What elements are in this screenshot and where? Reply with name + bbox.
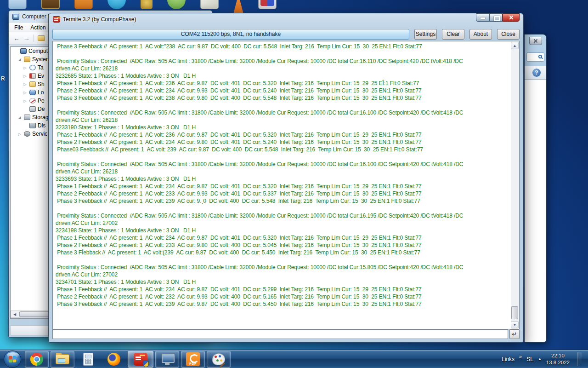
terminal-scrollbar[interactable]: ▲ ▼ [511,42,519,328]
terminal-line [56,102,511,109]
desktop-icon[interactable] [74,0,93,9]
window-controls [476,13,520,22]
send-enter-icon[interactable]: ↵ [509,329,520,339]
tree-item-label: Ta [38,64,44,71]
about-button[interactable]: About [469,29,492,40]
clock[interactable]: 22:10 13.8.2022 [546,352,570,366]
scrollbar-thumb[interactable] [19,311,51,317]
tree-item-label: Storag [32,114,48,121]
terminal-line: Proximity Status : Connected /ADC Raw: 5… [56,58,511,65]
terminal-line: Phase 1 Feebback // AC present: 1 AC vol… [56,286,511,293]
settings-button[interactable]: Settings [414,29,437,40]
terminal-line: Phase 3 Feebback // AC present: 1 AC vol… [56,300,511,308]
terminal-line: Phase 2 Feebback // AC present: 1 AC vol… [56,293,511,300]
terminal-line: Phase03 Feebback // AC present: 1 AC vol… [56,146,511,153]
taskbar-item-paint[interactable] [207,351,231,368]
terminal-lines: Phase 3 Feebback // AC present: 1 AC vol… [53,42,511,328]
taskbar-item-calculator[interactable] [76,351,100,368]
tree-item-label: De [38,106,45,112]
scrollbar-thumb[interactable] [511,306,518,319]
links-toolbar[interactable]: Links [502,356,514,362]
desktop-icon[interactable] [233,0,243,14]
desktop-icon[interactable] [8,0,27,9]
menu-file[interactable]: File [14,24,23,31]
taskbar-item-chrome[interactable] [25,351,49,368]
taskbar-item-foxit[interactable]: PDF [181,351,205,368]
clock-time: 22:10 [546,352,570,359]
show-hidden-icons[interactable]: ▲ [538,357,542,361]
desktop-icon[interactable] [41,0,60,9]
language-indicator[interactable]: SL [526,356,533,362]
taskbar-item-firefox[interactable] [102,351,126,368]
forward-icon[interactable]: → [23,34,30,42]
tree-item-icon [29,123,36,128]
taskbar-item-termite[interactable] [128,351,153,368]
tree-item-icon [29,98,36,104]
tree-expander-icon[interactable]: ▷ [23,99,28,103]
uac-shield-icon [143,361,149,367]
terminal-line: 3233693 State: 1 Phases : 1 Modules Avti… [56,175,511,183]
terminal-line: driven AC Cur Lim: 27002 [56,271,511,278]
explorer-icon [56,354,69,364]
close-icon[interactable] [529,37,542,45]
desktop-icon[interactable] [258,0,277,9]
tree-expander-icon[interactable]: ◢ [17,115,22,120]
terminal-line: Phase 3 FÍebback // AC present: 1 AC vol… [56,249,511,256]
terminal-line [56,256,511,264]
taskbar-item-computer-management[interactable] [155,351,179,368]
terminal-line: 3234701 State: 1 Phases : 1 Modules Avti… [56,278,511,286]
transmit-input[interactable] [52,329,508,339]
tree-expander-icon[interactable]: ▷ [17,132,22,136]
clear-button[interactable]: Clear [442,29,464,40]
termite-titlebar[interactable]: Termite 3.2 (by CompuPhase) [49,13,523,25]
system-tray: Links » SL ▲ 22:10 13.8.2022 [502,352,588,366]
terminal-line: Phase 2 Feebback // AC present: 1 AC vol… [56,190,511,197]
explorer-window-partial[interactable]: ? [524,34,547,343]
terminal-line: Phase 1 Feebback // AC present: 1 AC vol… [56,131,511,138]
paint-icon [212,353,225,365]
scroll-up-icon[interactable]: ▲ [511,42,519,49]
tree-item-icon [29,90,36,95]
maximize-button[interactable] [489,13,503,22]
taskbar-item-explorer[interactable] [51,351,74,368]
terminal-line: Phase 3 Feebback // AC present: 1 AC vol… [56,197,511,205]
menu-action[interactable]: Action [30,24,45,31]
foxit-pdf-icon: PDF [186,352,200,366]
back-icon[interactable]: ← [13,34,20,42]
desktop-icon[interactable] [107,0,126,9]
terminal-output-area[interactable]: Phase 3 Feebback // AC present: 1 AC vol… [52,41,520,329]
tree-expander-icon[interactable]: ▷ [23,74,28,78]
terminal-line: Proximity Status : Connected /ADC Raw: 5… [56,264,511,271]
explorer-search-box[interactable] [526,52,544,62]
terminal-line: Proximity Status : Connected /ADC Raw: 5… [56,212,511,219]
desktop-icon[interactable] [167,0,186,9]
chevron-icon[interactable]: » [519,354,522,359]
tree-expander-icon[interactable]: ▷ [23,66,28,70]
close-button[interactable] [503,13,520,22]
folder-icon[interactable] [38,35,45,41]
tree-expander-icon[interactable]: ▷ [23,91,28,95]
explorer-content-area [525,80,546,342]
terminal-line [56,205,511,212]
show-desktop-button[interactable] [577,352,582,366]
scroll-left-icon[interactable]: ◀ [11,312,18,316]
terminal-line: Phase 3 Feebback // AC present: 1 AC vol… [56,43,511,50]
terminal-line: Phase 1 Feebback // AC present: 1 AC vol… [56,80,511,87]
termite-window[interactable]: Termite 3.2 (by CompuPhase) COM42 115200… [48,13,524,343]
tree-expander-icon[interactable]: ◢ [17,58,22,62]
help-icon[interactable]: ? [532,69,541,77]
start-button[interactable] [4,351,21,368]
desktop-icon[interactable] [200,0,219,9]
scroll-down-icon[interactable]: ▼ [511,321,519,328]
terminal-line: driven AC Cur Lim: 26218 [56,65,511,72]
tree-item-icon [29,65,36,70]
close-app-button[interactable]: Close [497,29,520,40]
com-port-status-button[interactable]: COM42 115200 bps, 8N1, no handshake [52,29,409,40]
computer-management-icon [12,14,19,20]
tree-item-label: Pe [38,98,45,104]
minimize-button[interactable] [476,13,489,22]
tree-expander-icon[interactable]: ▷ [23,82,28,86]
toolbar-divider [34,34,34,42]
desktop-icon[interactable] [141,0,153,9]
tree-item-label: Sh [38,81,45,87]
